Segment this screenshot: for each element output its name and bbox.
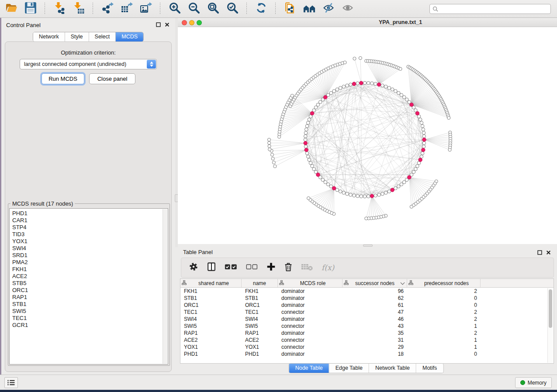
mcds-result-item[interactable]: RAP1 bbox=[10, 294, 168, 301]
table-cell: dominator bbox=[278, 330, 343, 337]
table-cell: 1 bbox=[407, 323, 481, 330]
tab-style[interactable]: Style bbox=[65, 32, 89, 41]
import-table-from-file-button[interactable] bbox=[72, 2, 85, 15]
table-row[interactable]: FKH1FKH1dominator962 bbox=[180, 288, 554, 295]
optimization-criterion-select[interactable]: largest connected component (undirected) bbox=[20, 59, 157, 69]
table-row[interactable]: SWI5SWI5connector431 bbox=[180, 323, 554, 330]
refresh-layout-button[interactable] bbox=[254, 2, 268, 15]
table-row[interactable]: RAP1RAP1dominator352 bbox=[180, 330, 554, 337]
toolbar-separator bbox=[275, 3, 276, 15]
tab-network-table[interactable]: Network Table bbox=[369, 364, 416, 373]
close-panel-icon[interactable] bbox=[546, 250, 551, 255]
table-row[interactable]: TEC1TEC1connector472 bbox=[180, 309, 554, 316]
table-row[interactable]: PHD1PHD1dominator180 bbox=[180, 351, 554, 358]
mcds-result-group: MCDS result (17 nodes) PHD1CAR1STP4TID3Y… bbox=[8, 203, 170, 366]
zoom-out-button[interactable] bbox=[187, 2, 201, 15]
network-window-titlebar[interactable]: YPA_prune.txt_1 bbox=[178, 18, 557, 27]
table-cell: 0 bbox=[407, 302, 481, 309]
table-cell: 61 bbox=[343, 302, 407, 309]
table-cell: FKH1 bbox=[242, 288, 278, 295]
table-cell: 29 bbox=[343, 344, 407, 351]
export-network-button[interactable] bbox=[100, 2, 114, 15]
tab-edge-table[interactable]: Edge Table bbox=[329, 364, 369, 373]
search-input[interactable] bbox=[440, 5, 550, 13]
column-header-MCDS-role[interactable]: MCDS role bbox=[278, 279, 343, 287]
table-row[interactable]: YOX1YOX1connector291 bbox=[180, 344, 554, 351]
mcds-result-item[interactable]: PMA2 bbox=[10, 259, 168, 266]
open-session-button[interactable] bbox=[4, 2, 18, 15]
mcds-result-item[interactable]: STB1 bbox=[10, 301, 168, 308]
tab-network[interactable]: Network bbox=[33, 32, 65, 41]
mcds-result-item[interactable]: STP4 bbox=[10, 224, 168, 231]
search-box[interactable] bbox=[429, 4, 551, 14]
mcds-result-item[interactable]: STB5 bbox=[10, 280, 168, 287]
mcds-result-item[interactable]: FKH1 bbox=[10, 266, 168, 273]
mcds-result-item[interactable]: GCR1 bbox=[10, 322, 168, 329]
table-cell: 47 bbox=[343, 309, 407, 316]
table-row[interactable]: SWI4SWI4dominator462 bbox=[180, 316, 554, 323]
mcds-result-item[interactable]: TID3 bbox=[10, 231, 168, 238]
create-column-button[interactable] bbox=[266, 262, 276, 273]
share-network-button[interactable] bbox=[283, 2, 297, 15]
tab-mcds[interactable]: MCDS bbox=[116, 32, 143, 41]
mcds-list-scrollbar[interactable] bbox=[163, 209, 167, 364]
table-cell: dominator bbox=[278, 302, 343, 309]
splitter-grip[interactable] bbox=[363, 244, 373, 247]
network-search-button[interactable] bbox=[302, 2, 316, 15]
column-header-successor-nodes[interactable]: successor nodes bbox=[343, 279, 407, 287]
optimization-criterion-label: Optimization criterion: bbox=[5, 49, 171, 56]
toolbar-separator bbox=[160, 3, 160, 15]
select-all-button[interactable] bbox=[225, 262, 238, 273]
deselect-all-button[interactable] bbox=[246, 262, 258, 273]
tab-motifs[interactable]: Motifs bbox=[416, 364, 443, 373]
column-header-name[interactable]: name bbox=[242, 279, 278, 287]
save-session-button[interactable] bbox=[24, 2, 37, 15]
close-window-button[interactable] bbox=[182, 20, 187, 25]
column-header-shared-name[interactable]: shared name bbox=[180, 279, 242, 287]
column-header-predecessor-nodes[interactable]: predecessor nodes bbox=[407, 279, 481, 287]
mcds-result-item[interactable]: YOX1 bbox=[10, 238, 168, 245]
table-row[interactable]: ORC1ORC1dominator610 bbox=[180, 302, 554, 309]
close-panel-icon[interactable] bbox=[165, 22, 170, 27]
scrollbar-thumb[interactable] bbox=[549, 289, 552, 328]
run-mcds-button[interactable]: Run MCDS bbox=[42, 73, 84, 84]
zoom-selected-region-button[interactable] bbox=[225, 2, 239, 15]
zoom-in-button[interactable] bbox=[168, 2, 181, 15]
float-panel-icon[interactable] bbox=[537, 250, 542, 255]
table-row[interactable]: STB1STB1dominator620 bbox=[180, 295, 554, 302]
mcds-result-item[interactable]: ACE2 bbox=[10, 273, 168, 280]
mcds-result-item[interactable]: SRD1 bbox=[10, 252, 168, 259]
table-cell: 18 bbox=[343, 351, 407, 358]
network-canvas[interactable] bbox=[178, 27, 557, 244]
export-table-button[interactable] bbox=[120, 2, 133, 15]
mcds-result-list[interactable]: PHD1CAR1STP4TID3YOX1SWI4SRD1PMA2FKH1ACE2… bbox=[9, 208, 168, 364]
close-panel-button[interactable]: Close panel bbox=[89, 73, 135, 84]
task-history-button[interactable] bbox=[4, 377, 18, 388]
float-panel-icon[interactable] bbox=[156, 22, 161, 27]
table-options-button[interactable] bbox=[189, 262, 198, 273]
check-pair-icon bbox=[225, 262, 238, 273]
export-image-button[interactable] bbox=[139, 2, 152, 15]
table-row[interactable]: ACE2ACE2connector311 bbox=[180, 337, 554, 344]
hide-selected-button[interactable] bbox=[322, 2, 335, 15]
mcds-result-item[interactable]: CAR1 bbox=[10, 217, 168, 224]
mcds-result-item[interactable]: SWI4 bbox=[10, 245, 168, 252]
mcds-result-item[interactable]: PHD1 bbox=[10, 210, 168, 217]
mcds-result-item[interactable]: TEC1 bbox=[10, 315, 168, 322]
tab-node-table[interactable]: Node Table bbox=[289, 364, 329, 373]
memory-button[interactable]: Memory bbox=[515, 377, 552, 388]
tab-select[interactable]: Select bbox=[89, 32, 116, 41]
table-scrollbar[interactable] bbox=[547, 288, 553, 363]
column-layout-button[interactable] bbox=[207, 262, 216, 273]
zoom-fit-content-button[interactable] bbox=[206, 2, 220, 15]
show-hidden-button[interactable] bbox=[341, 2, 354, 15]
table-cell: 0 bbox=[407, 351, 481, 358]
horizontal-splitter[interactable] bbox=[178, 244, 557, 247]
maximize-window-button[interactable] bbox=[197, 20, 202, 25]
minimize-window-button[interactable] bbox=[189, 20, 194, 25]
table-panel-title: Table Panel bbox=[183, 249, 213, 255]
mcds-result-item[interactable]: SWI5 bbox=[10, 308, 168, 315]
mcds-result-item[interactable]: ORC1 bbox=[10, 287, 168, 294]
delete-column-button[interactable] bbox=[284, 262, 293, 273]
import-network-from-file-button[interactable] bbox=[52, 2, 66, 15]
